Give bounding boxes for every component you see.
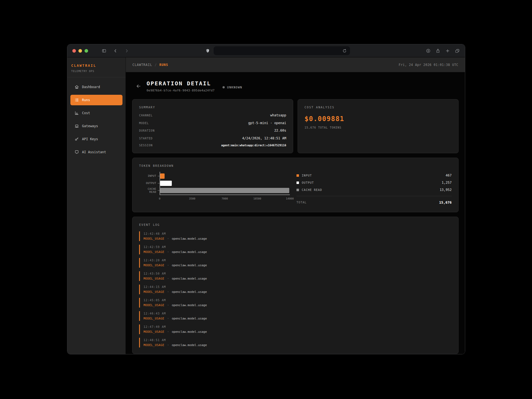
arrow-left-icon [136, 83, 141, 89]
status-dot-icon [222, 86, 225, 88]
summary-row: DURATION 22.60s [139, 129, 286, 132]
list-icon [75, 98, 79, 102]
event-type: MODEL_USAGE [144, 317, 164, 320]
summary-row: CHANNEL whatsapp [139, 113, 286, 117]
summary-row: SESSION agent:main:whatsapp:direct:+1646… [139, 144, 286, 147]
bar-input [160, 173, 165, 179]
reload-icon[interactable] [342, 48, 347, 53]
event-time: 12:44:15 AM [144, 285, 452, 288]
event-log-entry: 12:44:15 AM MODEL_USAGE · openclaw.model… [139, 285, 452, 294]
sidebar-item-runs[interactable]: Runs [70, 95, 122, 105]
back-icon[interactable] [113, 48, 118, 53]
event-separator: · [167, 264, 169, 267]
summary-row-label: CHANNEL [139, 114, 153, 117]
event-separator: · [167, 250, 169, 254]
address-bar[interactable] [214, 46, 350, 55]
event-name: openclaw.model.usage [172, 264, 207, 267]
legend-value: 1,257 [442, 181, 452, 185]
summary-row: MODEL gpt-5-mini · openai [139, 121, 286, 125]
sidebar-item-label: API Keys [82, 137, 98, 141]
status-badge: UNKNOWN [222, 86, 242, 89]
close-window-button[interactable] [72, 49, 76, 53]
breadcrumb-root[interactable]: CLAWTRAIL [132, 63, 152, 67]
legend-swatch-icon [296, 174, 299, 177]
share-icon[interactable] [435, 48, 441, 53]
x-axis-tick: 0 [159, 197, 160, 200]
new-tab-icon[interactable] [445, 48, 450, 53]
event-name: openclaw.model.usage [172, 343, 207, 347]
event-time: 12:48:51 AM [144, 338, 452, 342]
summary-row-value: gpt-5-mini · openai [248, 121, 286, 125]
event-type: MODEL_USAGE [144, 343, 164, 347]
zoom-window-button[interactable] [85, 49, 88, 53]
sidebar-item-gateways[interactable]: Gateways [70, 121, 122, 131]
event-time: 12:47:40 AM [144, 325, 452, 328]
event-log-entry: 12:47:40 AM MODEL_USAGE · openclaw.model… [139, 324, 452, 334]
event-log-card: EVENT LOG 12:42:48 AM MODEL_USAGE · open… [132, 217, 459, 354]
summary-row-label: DURATION [139, 129, 155, 132]
summary-row-label: SESSION [139, 144, 153, 147]
sidebar-item-dashboard[interactable]: Dashboard [70, 82, 122, 92]
event-log-title: EVENT LOG [139, 223, 452, 226]
app-logo: CLAWTRAIL [71, 63, 122, 68]
tab-overview-icon[interactable] [455, 48, 460, 53]
home-icon [75, 85, 79, 89]
event-time: 12:45:05 AM [144, 298, 452, 302]
back-button[interactable] [135, 83, 142, 89]
y-axis-label: CACHE READ [139, 187, 160, 194]
event-separator: · [167, 317, 169, 320]
event-type: MODEL_USAGE [144, 303, 164, 307]
sidebar-item-label: Gateways [82, 124, 98, 128]
sidebar: CLAWTRAIL TELEMETRY OPS Dashboard Runs C… [67, 57, 126, 354]
event-type: MODEL_USAGE [144, 290, 164, 293]
event-time: 12:42:48 AM [144, 232, 452, 235]
browser-window: CLAWTRAIL TELEMETRY OPS Dashboard Runs C… [67, 44, 465, 354]
event-type: MODEL_USAGE [144, 237, 164, 240]
summary-row-value: whatsapp [270, 113, 286, 117]
event-log-entry: 12:43:20 AM MODEL_USAGE · openclaw.model… [139, 258, 452, 268]
event-type: MODEL_USAGE [144, 277, 164, 280]
sidebar-toggle-icon[interactable] [101, 48, 107, 53]
x-axis-tick: 14000 [286, 197, 294, 200]
app-header: CLAWTRAIL / RUNS Fri, 24 Apr 2026 01:01:… [126, 57, 465, 72]
legend-row: CACHE READ 13,952 [296, 186, 452, 193]
minimize-window-button[interactable] [78, 49, 82, 53]
total-value: 15,676 [439, 200, 452, 204]
summary-row-value: 4/24/2026, 12:48:51 AM [242, 136, 286, 140]
forward-icon[interactable] [124, 48, 129, 53]
y-axis-label: OUTPUT [139, 180, 160, 187]
main-area: CLAWTRAIL / RUNS Fri, 24 Apr 2026 01:01:… [126, 57, 465, 354]
operation-id: 0e9876b4-b7ce-4af6-9043-895de4a24fd7 [147, 89, 215, 92]
event-log-entry: 12:45:05 AM MODEL_USAGE · openclaw.model… [139, 298, 452, 308]
event-name: openclaw.model.usage [172, 303, 207, 307]
download-icon[interactable] [426, 48, 431, 53]
legend-row: OUTPUT 1,257 [296, 179, 452, 186]
event-separator: · [167, 303, 169, 307]
event-type: MODEL_USAGE [144, 250, 164, 254]
laptop-icon [75, 124, 79, 128]
sidebar-item-cost[interactable]: Cost [70, 108, 122, 118]
breadcrumb-current[interactable]: RUNS [159, 63, 168, 67]
legend-label: INPUT [302, 174, 312, 177]
window-controls [72, 49, 88, 53]
legend-label: CACHE READ [302, 188, 322, 191]
y-axis-label: INPUT [139, 172, 160, 180]
shield-icon[interactable] [205, 48, 210, 53]
summary-row-label: STARTED [139, 137, 153, 140]
event-type: MODEL_USAGE [144, 330, 164, 333]
summary-row-label: MODEL [139, 122, 149, 125]
legend-value: 467 [446, 173, 452, 177]
event-log-entry: 12:42:59 AM MODEL_USAGE · openclaw.model… [139, 245, 452, 254]
cost-amount: $0.009881 [305, 115, 452, 123]
legend-divider [296, 196, 452, 196]
event-time: 12:43:20 AM [144, 259, 452, 262]
token-breakdown-title: TOKEN BREAKDOWN [139, 164, 452, 167]
sidebar-item-ai-assistant[interactable]: AI Assistant [70, 147, 122, 157]
total-label: TOTAL [296, 201, 307, 204]
breadcrumb: CLAWTRAIL / RUNS [132, 63, 168, 67]
event-separator: · [167, 237, 169, 240]
summary-row-value: 22.60s [274, 129, 286, 132]
sidebar-item-api-keys[interactable]: API Keys [70, 134, 122, 144]
token-bar-chart: INPUTOUTPUTCACHE READ 035007000105001400… [139, 172, 295, 206]
event-name: openclaw.model.usage [172, 317, 207, 320]
